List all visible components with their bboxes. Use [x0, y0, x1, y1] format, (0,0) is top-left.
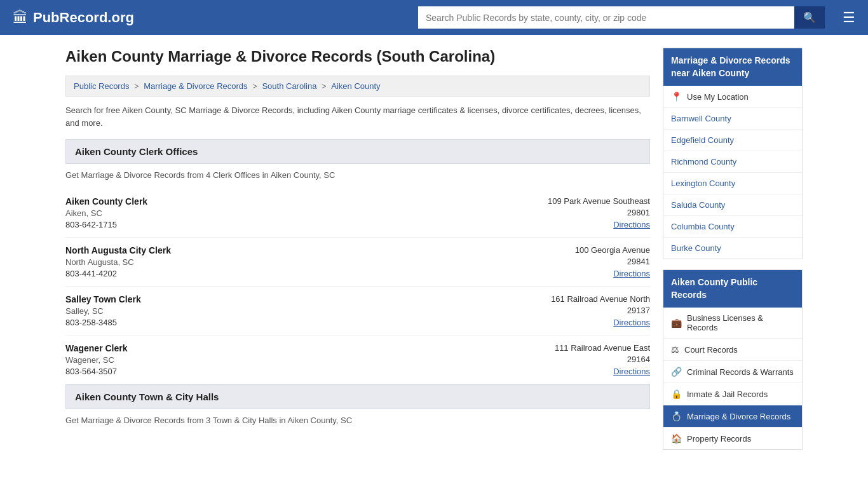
office-phone: 803-564-3507 [65, 367, 128, 376]
search-icon: 🔍 [803, 12, 816, 23]
record-label: Court Records [684, 345, 738, 355]
site-header: 🏛 PubRecord.org 🔍 ☰ [0, 0, 868, 35]
office-zip: 29801 [523, 208, 650, 217]
breadcrumb-marriage-divorce[interactable]: Marriage & Divorce Records [144, 81, 247, 91]
office-entry: Aiken County Clerk Aiken, SC 803-642-171… [65, 189, 650, 238]
nearby-county-item[interactable]: Saluda County [663, 194, 802, 216]
county-label: Columbia County [671, 222, 735, 231]
office-entry: Wagener Clerk Wagener, SC 803-564-3507 1… [65, 336, 650, 384]
breadcrumb-sep-2: > [252, 81, 259, 91]
county-label: Saluda County [671, 200, 725, 210]
office-city: North Augusta, SC [65, 257, 171, 267]
office-zip: 29164 [523, 355, 650, 364]
location-icon: 📍 [671, 92, 682, 102]
clerk-section-header: Aiken County Clerk Offices [65, 139, 650, 164]
record-label: Criminal Records & Warrants [687, 367, 794, 377]
county-label: Barnwell County [671, 114, 731, 123]
directions-link[interactable]: Directions [613, 367, 650, 376]
record-icon: ⚖ [671, 344, 679, 355]
breadcrumb-sep-1: > [134, 81, 141, 91]
nearby-county-item[interactable]: Lexington County [663, 173, 802, 194]
office-city: Salley, SC [65, 306, 141, 316]
nearby-county-item[interactable]: Burke County [663, 238, 802, 259]
nearby-header: Marriage & Divorce Records near Aiken Co… [663, 48, 802, 86]
town-section-desc: Get Marriage & Divorce Records from 3 To… [65, 416, 650, 425]
search-area: 🔍 [418, 6, 825, 29]
search-button[interactable]: 🔍 [794, 6, 825, 29]
office-zip: 29841 [523, 257, 650, 266]
breadcrumb-south-carolina[interactable]: South Carolina [262, 81, 316, 91]
record-label: Marriage & Divorce Records [687, 412, 790, 421]
record-icon: 💼 [671, 318, 682, 328]
sidebar: Marriage & Divorce Records near Aiken Co… [663, 48, 803, 460]
nearby-counties-list: Barnwell CountyEdgefield CountyRichmond … [663, 108, 802, 259]
clerk-section-desc: Get Marriage & Divorce Records from 4 Cl… [65, 170, 650, 180]
office-phone: 803-258-3485 [65, 318, 141, 327]
use-location-item[interactable]: 📍 Use My Location [663, 86, 802, 108]
office-left: Salley Town Clerk Salley, SC 803-258-348… [65, 294, 141, 327]
county-label: Burke County [671, 243, 721, 253]
nearby-box: Marriage & Divorce Records near Aiken Co… [663, 48, 803, 259]
page-title: Aiken County Marriage & Divorce Records … [65, 48, 650, 65]
public-record-item[interactable]: 💍 Marriage & Divorce Records [663, 405, 802, 428]
record-label: Property Records [687, 434, 751, 444]
directions-link[interactable]: Directions [613, 220, 650, 229]
office-name: Wagener Clerk [65, 343, 128, 353]
directions-link[interactable]: Directions [613, 269, 650, 278]
breadcrumb-public-records[interactable]: Public Records [74, 81, 129, 91]
breadcrumb-sep-3: > [322, 81, 329, 91]
public-record-item[interactable]: 🏠 Property Records [663, 428, 802, 449]
nearby-county-item[interactable]: Columbia County [663, 216, 802, 238]
breadcrumb-aiken-county[interactable]: Aiken County [331, 81, 380, 91]
county-label: Richmond County [671, 157, 736, 166]
office-right: 111 Railroad Avenue East 29164 Direction… [523, 343, 650, 376]
public-record-item[interactable]: ⚖ Court Records [663, 339, 802, 361]
public-records-box: Aiken County Public Records 💼 Business L… [663, 269, 803, 450]
public-record-item[interactable]: 🔗 Criminal Records & Warrants [663, 361, 802, 383]
office-right: 109 Park Avenue Southeast 29801 Directio… [523, 196, 650, 229]
county-label: Edgefield County [671, 135, 734, 145]
office-left: Wagener Clerk Wagener, SC 803-564-3507 [65, 343, 128, 376]
breadcrumb: Public Records > Marriage & Divorce Reco… [65, 76, 650, 97]
record-icon: 🏠 [671, 433, 682, 444]
office-name: Salley Town Clerk [65, 294, 141, 304]
public-record-item[interactable]: 💼 Business Licenses & Records [663, 308, 802, 339]
office-right: 100 Georgia Avenue 29841 Directions [523, 245, 650, 278]
page-description: Search for free Aiken County, SC Marriag… [65, 104, 650, 129]
office-phone: 803-642-1715 [65, 220, 147, 229]
office-zip: 29137 [523, 306, 650, 315]
office-right: 161 Railroad Avenue North 29137 Directio… [523, 294, 650, 327]
record-label: Inmate & Jail Records [687, 390, 768, 399]
office-address: 111 Railroad Avenue East [523, 343, 650, 353]
record-label: Business Licenses & Records [687, 313, 794, 332]
office-name: North Augusta City Clerk [65, 245, 171, 255]
office-city: Aiken, SC [65, 208, 147, 218]
search-input[interactable] [418, 6, 794, 29]
public-record-item[interactable]: 🔒 Inmate & Jail Records [663, 383, 802, 405]
logo-link[interactable]: 🏛 PubRecord.org [13, 9, 134, 27]
office-city: Wagener, SC [65, 355, 128, 365]
menu-button[interactable]: ☰ [843, 10, 855, 26]
office-address: 109 Park Avenue Southeast [523, 196, 650, 206]
nearby-county-item[interactable]: Edgefield County [663, 130, 802, 151]
office-name: Aiken County Clerk [65, 196, 147, 207]
hamburger-icon: ☰ [843, 10, 855, 25]
office-phone: 803-441-4202 [65, 269, 171, 278]
office-entry: North Augusta City Clerk North Augusta, … [65, 238, 650, 287]
record-icon: 🔗 [671, 367, 682, 377]
main-container: Aiken County Marriage & Divorce Records … [53, 35, 815, 473]
office-entry: Salley Town Clerk Salley, SC 803-258-348… [65, 287, 650, 336]
record-icon: 💍 [671, 411, 682, 421]
record-icon: 🔒 [671, 389, 682, 399]
directions-link[interactable]: Directions [613, 318, 650, 327]
nearby-county-item[interactable]: Barnwell County [663, 108, 802, 130]
office-left: North Augusta City Clerk North Augusta, … [65, 245, 171, 278]
public-records-header: Aiken County Public Records [663, 270, 802, 308]
office-address: 161 Railroad Avenue North [523, 294, 650, 304]
office-left: Aiken County Clerk Aiken, SC 803-642-171… [65, 196, 147, 229]
county-label: Lexington County [671, 179, 735, 188]
nearby-county-item[interactable]: Richmond County [663, 151, 802, 173]
public-records-list: 💼 Business Licenses & Records ⚖ Court Re… [663, 308, 802, 449]
town-section-header: Aiken County Town & City Halls [65, 384, 650, 409]
offices-list: Aiken County Clerk Aiken, SC 803-642-171… [65, 189, 650, 384]
